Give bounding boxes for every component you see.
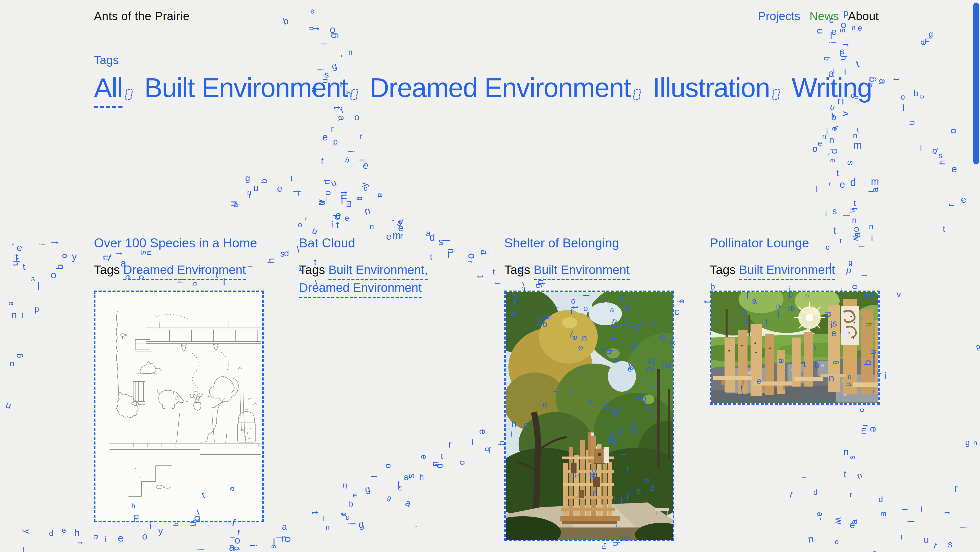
scatter-letter: g	[328, 33, 338, 38]
scatter-letter: a	[337, 116, 346, 121]
scatter-letter: u	[847, 208, 856, 213]
tag-link-built-environment[interactable]: Built Environment	[534, 263, 630, 280]
scatter-letter: r	[331, 125, 334, 133]
scatter-letter: e	[918, 40, 928, 45]
scatter-letter: n	[282, 534, 287, 543]
scatter-letter: f	[312, 27, 320, 30]
filter-tag-built-environment[interactable]: Built Environment	[145, 72, 348, 103]
project-title-link[interactable]: Pollinator Lounge	[710, 235, 880, 251]
scatter-letter: l	[830, 30, 832, 40]
scatter-letter: i	[325, 195, 327, 202]
scatter-letter: t	[856, 126, 859, 134]
scatter-letter: d	[49, 530, 53, 537]
scatter-letter: u	[907, 120, 916, 125]
scatter-letter: e	[17, 243, 22, 253]
project-tags-row: Tags Built Environment	[504, 261, 674, 279]
scatter-letter: g	[928, 30, 933, 38]
scatter-letter: b	[822, 56, 830, 61]
tags-label: Tags	[710, 263, 735, 276]
scatter-letter: g	[387, 494, 392, 502]
scrollbar-thumb[interactable]	[974, 3, 979, 164]
site-logo[interactable]: Ants of the Prairie	[94, 9, 189, 23]
scatter-letter: o	[950, 128, 959, 134]
scatter-letter: g	[357, 519, 365, 530]
scatter-letter: o	[323, 190, 332, 196]
scatter-letter: -	[337, 54, 347, 57]
pollinator-photo-illustration	[711, 292, 878, 403]
scatter-letter: n	[317, 200, 328, 206]
scatter-letter: ,	[392, 220, 399, 222]
scatter-letter: u	[5, 400, 12, 410]
filter-tag-writing[interactable]: Writing	[792, 72, 872, 103]
scatter-letter: e	[353, 491, 357, 498]
scatter-letter: d	[813, 488, 818, 496]
project-title-link[interactable]: Bat Cloud	[299, 235, 469, 251]
scatter-letter: i	[676, 301, 684, 303]
scatter-letter: n	[869, 223, 873, 231]
scatter-letter: v	[317, 199, 326, 204]
scatter-letter: o	[835, 538, 838, 545]
project-image-shelter-photo[interactable]	[504, 290, 674, 541]
scatter-letter: a	[376, 193, 385, 198]
scatter-letter: t	[843, 469, 846, 479]
tag-link-built-environment[interactable]: Built Environment,	[328, 263, 428, 280]
scatter-letter: t	[332, 107, 342, 109]
scatter-letter: i	[346, 151, 355, 153]
comma-separator-icon	[633, 88, 641, 101]
scatter-letter: e	[310, 7, 314, 15]
project-image-sketch-home[interactable]	[94, 290, 264, 522]
scatter-letter: t	[339, 191, 349, 194]
scatter-letter: s	[280, 249, 285, 258]
project-tags-row: Tags Dreamed Environment	[94, 261, 264, 279]
filter-tag-illustration[interactable]: Illustration	[652, 72, 770, 103]
tag-link-dreamed-environment[interactable]: Dreamed Environment	[123, 263, 246, 280]
scatter-letter: a	[872, 548, 877, 552]
scatter-letter: d	[434, 463, 444, 469]
scatter-letter: m	[345, 200, 353, 207]
scatter-letter: i	[481, 253, 489, 255]
scatter-letter: ,	[11, 236, 14, 246]
scatter-letter: o	[340, 512, 347, 516]
swirl-panel	[841, 306, 859, 345]
scatter-letter: n	[342, 481, 347, 490]
nav-link-about[interactable]: About	[848, 9, 879, 23]
scatter-letter: a	[229, 542, 234, 552]
scatter-letter: o	[383, 463, 392, 468]
scatter-letter: e	[858, 24, 862, 32]
scatter-letter: i	[900, 533, 902, 541]
scatter-letter: i	[331, 220, 334, 229]
scatter-letter: o	[329, 24, 335, 35]
scatter-letter: u	[311, 226, 320, 236]
tag-link-built-environment[interactable]: Built Environment	[739, 263, 835, 280]
comma-separator-icon	[350, 88, 358, 101]
filter-tag-dreamed-environment[interactable]: Dreamed Environment	[370, 72, 631, 103]
scatter-letter: u	[330, 178, 338, 188]
project-image-pollinator-photo[interactable]	[710, 290, 880, 405]
scatter-letter: t	[310, 511, 320, 514]
scatter-letter: e	[829, 158, 837, 163]
scatter-letter: u	[253, 183, 259, 193]
project-title-link[interactable]: Shelter of Belonging	[504, 235, 674, 251]
scatter-letter: t	[16, 253, 18, 262]
nav-link-news[interactable]: News	[810, 9, 839, 23]
nav-link-projects[interactable]: Projects	[758, 9, 800, 23]
scatter-letter: l	[902, 104, 904, 113]
scatter-letter: i	[347, 523, 357, 525]
scatter-letter: n	[822, 133, 826, 140]
project-title-link[interactable]: Over 100 Species in a Home	[94, 235, 264, 251]
filter-tag-all[interactable]: All	[94, 72, 123, 108]
scatter-letter: s	[396, 218, 403, 228]
scatter-letter: u	[431, 461, 441, 467]
scatter-letter: r	[954, 483, 958, 494]
scatter-letter: s	[406, 474, 416, 479]
scatter-letter: a	[850, 519, 859, 524]
scatter-letter: n	[308, 26, 316, 30]
scatter-letter: t	[855, 59, 861, 69]
scatter-letter: ,	[62, 551, 66, 552]
scatter-letter: n	[851, 24, 856, 31]
scatter-letter: e	[815, 512, 824, 517]
scatter-letter: i	[323, 179, 331, 181]
scatter-letter: a	[404, 498, 413, 508]
scatter-letter: a	[480, 249, 489, 255]
tag-link-dreamed-environment[interactable]: Dreamed Environment	[299, 281, 422, 298]
